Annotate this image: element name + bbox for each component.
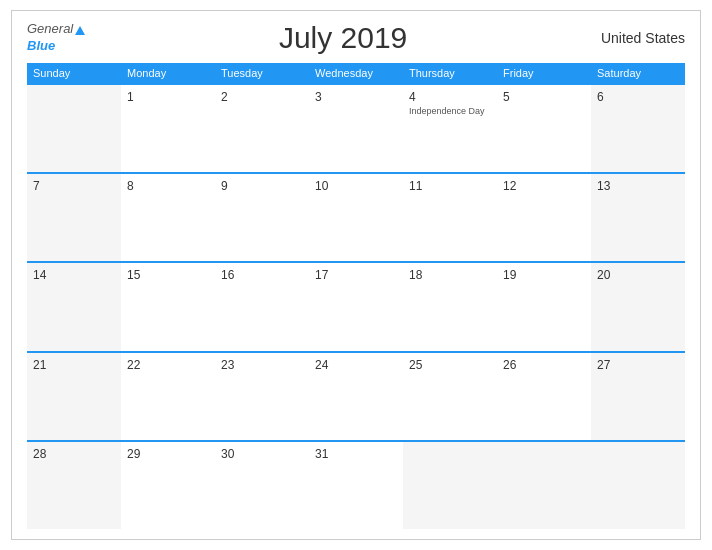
day-cell: 27 xyxy=(591,353,685,440)
day-cell: 20 xyxy=(591,263,685,350)
day-cell: 23 xyxy=(215,353,309,440)
day-number: 8 xyxy=(127,179,209,193)
calendar-grid: Sunday Monday Tuesday Wednesday Thursday… xyxy=(27,63,685,529)
day-cell: 24 xyxy=(309,353,403,440)
day-number: 25 xyxy=(409,358,491,372)
day-cell: 18 xyxy=(403,263,497,350)
day-number: 13 xyxy=(597,179,679,193)
day-number: 6 xyxy=(597,90,679,104)
day-number: 16 xyxy=(221,268,303,282)
day-cell: 31 xyxy=(309,442,403,529)
day-number: 10 xyxy=(315,179,397,193)
day-number: 18 xyxy=(409,268,491,282)
day-number: 22 xyxy=(127,358,209,372)
day-cell: 2 xyxy=(215,85,309,172)
month-title: July 2019 xyxy=(279,21,407,55)
day-number: 14 xyxy=(33,268,115,282)
day-number: 19 xyxy=(503,268,585,282)
day-cell: 7 xyxy=(27,174,121,261)
week-row-3: 14151617181920 xyxy=(27,261,685,350)
calendar-header: General Blue July 2019 United States xyxy=(27,21,685,55)
day-cell: 4Independence Day xyxy=(403,85,497,172)
header-monday: Monday xyxy=(121,63,215,83)
day-cell: 15 xyxy=(121,263,215,350)
day-cell: 16 xyxy=(215,263,309,350)
day-number: 11 xyxy=(409,179,491,193)
day-cell: 9 xyxy=(215,174,309,261)
calendar: General Blue July 2019 United States Sun… xyxy=(11,10,701,540)
weeks-container: 1234Independence Day56789101112131415161… xyxy=(27,83,685,529)
day-cell: 11 xyxy=(403,174,497,261)
day-cell: 14 xyxy=(27,263,121,350)
day-number: 12 xyxy=(503,179,585,193)
day-cell: 22 xyxy=(121,353,215,440)
country-label: United States xyxy=(601,30,685,46)
header-wednesday: Wednesday xyxy=(309,63,403,83)
day-cell: 6 xyxy=(591,85,685,172)
day-cell xyxy=(591,442,685,529)
day-number: 17 xyxy=(315,268,397,282)
day-number: 23 xyxy=(221,358,303,372)
day-cell: 29 xyxy=(121,442,215,529)
day-cell: 17 xyxy=(309,263,403,350)
day-number: 20 xyxy=(597,268,679,282)
day-number: 3 xyxy=(315,90,397,104)
day-cell: 12 xyxy=(497,174,591,261)
day-cell: 13 xyxy=(591,174,685,261)
day-number: 28 xyxy=(33,447,115,461)
logo-triangle-icon xyxy=(75,26,85,35)
day-number: 1 xyxy=(127,90,209,104)
day-number: 4 xyxy=(409,90,491,104)
day-number: 21 xyxy=(33,358,115,372)
day-number: 31 xyxy=(315,447,397,461)
day-cell: 10 xyxy=(309,174,403,261)
week-row-1: 1234Independence Day56 xyxy=(27,83,685,172)
day-number: 5 xyxy=(503,90,585,104)
week-row-5: 28293031 xyxy=(27,440,685,529)
header-sunday: Sunday xyxy=(27,63,121,83)
day-cell: 8 xyxy=(121,174,215,261)
day-cell: 28 xyxy=(27,442,121,529)
logo-blue-text: Blue xyxy=(27,38,55,53)
day-cell: 30 xyxy=(215,442,309,529)
day-number: 30 xyxy=(221,447,303,461)
day-cell: 19 xyxy=(497,263,591,350)
header-tuesday: Tuesday xyxy=(215,63,309,83)
day-cell: 5 xyxy=(497,85,591,172)
day-cell xyxy=(27,85,121,172)
day-cell xyxy=(497,442,591,529)
day-number: 2 xyxy=(221,90,303,104)
day-number: 29 xyxy=(127,447,209,461)
header-thursday: Thursday xyxy=(403,63,497,83)
day-cell: 26 xyxy=(497,353,591,440)
day-headers-row: Sunday Monday Tuesday Wednesday Thursday… xyxy=(27,63,685,83)
week-row-2: 78910111213 xyxy=(27,172,685,261)
day-number: 15 xyxy=(127,268,209,282)
week-row-4: 21222324252627 xyxy=(27,351,685,440)
day-event: Independence Day xyxy=(409,106,491,116)
day-number: 26 xyxy=(503,358,585,372)
day-number: 7 xyxy=(33,179,115,193)
day-number: 27 xyxy=(597,358,679,372)
day-cell: 25 xyxy=(403,353,497,440)
logo: General Blue xyxy=(27,22,85,54)
day-cell: 1 xyxy=(121,85,215,172)
day-number: 24 xyxy=(315,358,397,372)
header-saturday: Saturday xyxy=(591,63,685,83)
day-number: 9 xyxy=(221,179,303,193)
day-cell xyxy=(403,442,497,529)
logo-general-text: General xyxy=(27,22,73,36)
day-cell: 21 xyxy=(27,353,121,440)
header-friday: Friday xyxy=(497,63,591,83)
day-cell: 3 xyxy=(309,85,403,172)
